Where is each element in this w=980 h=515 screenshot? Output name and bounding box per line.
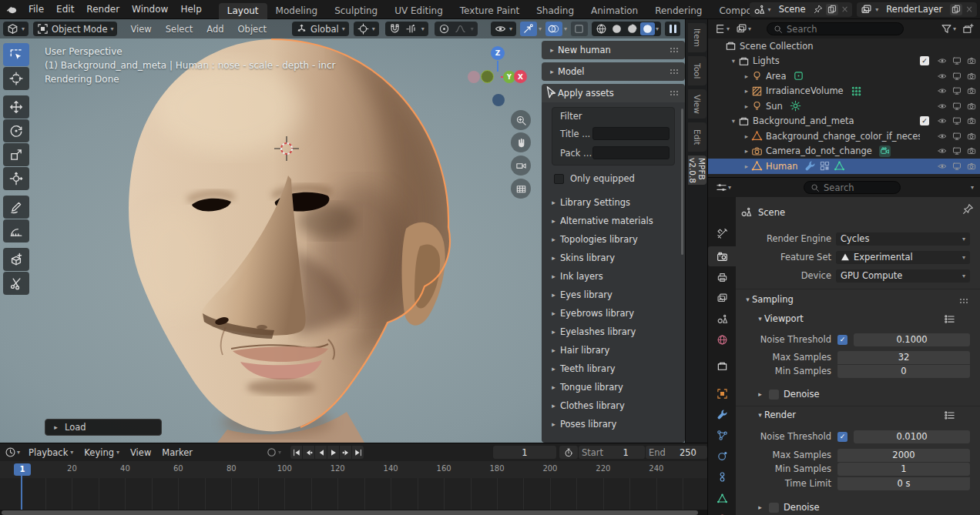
monitor-icon[interactable] [952, 56, 962, 65]
asset-library-row[interactable]: ▸Alternative materials [542, 212, 685, 230]
pause-render-button[interactable] [665, 22, 680, 36]
drag-grip-icon[interactable] [670, 90, 679, 96]
outliner-row[interactable]: ▸ Area [708, 69, 980, 84]
drag-grip-icon[interactable] [959, 298, 968, 304]
viewport-menu-item[interactable]: View [123, 24, 158, 35]
properties-tab[interactable] [708, 288, 736, 308]
properties-tab[interactable] [708, 309, 736, 329]
axis-neg-y-handle[interactable] [481, 70, 494, 83]
panel-model[interactable]: ▸Model [542, 62, 685, 81]
render-sampling-header[interactable]: ▾Render [756, 410, 796, 420]
asset-library-row[interactable]: ▸Poses library [542, 415, 685, 433]
monitor-icon[interactable] [952, 146, 962, 156]
timeline-menu-item[interactable]: Playback▾ [23, 447, 79, 458]
cursor-tool[interactable] [3, 67, 29, 90]
shear-tool[interactable] [3, 272, 29, 295]
eye-icon[interactable] [938, 72, 947, 81]
outliner-row[interactable]: ▸ Human [708, 159, 980, 174]
denoise-checkbox[interactable] [769, 390, 779, 400]
ortho-toggle-button[interactable] [511, 179, 531, 199]
annotate-tool[interactable] [3, 196, 29, 219]
viewport-denoise-row[interactable]: ▸ Denoise [756, 389, 820, 400]
shading-solid-button[interactable] [609, 22, 624, 35]
npanel-scrollbar[interactable] [681, 109, 683, 255]
expand-caret[interactable]: ▸ [742, 147, 751, 155]
transport-button[interactable] [327, 446, 339, 459]
current-frame-badge[interactable]: 1 [14, 463, 31, 476]
panel-apply-assets[interactable]: ▾Apply assets [542, 84, 685, 102]
pin-icon[interactable] [814, 5, 823, 14]
timeline-menu-item[interactable]: View [125, 447, 156, 458]
frame-end-field[interactable]: End250 [646, 446, 707, 459]
remove-layer-button[interactable]: × [965, 4, 973, 15]
workspace-tab[interactable]: Layout [219, 3, 267, 19]
select-box-tool[interactable] [3, 43, 29, 66]
camera-icon[interactable] [967, 116, 976, 125]
eye-icon[interactable] [938, 132, 947, 141]
properties-tab[interactable] [708, 509, 736, 515]
outliner-row[interactable]: Scene Collection [708, 38, 980, 54]
auto-key-button[interactable]: ▾ [264, 446, 283, 458]
transform-tool[interactable] [3, 167, 29, 190]
exclude-checkbox[interactable]: ✓ [920, 56, 929, 65]
workspace-tab[interactable]: Shading [528, 3, 582, 19]
new-scene-button[interactable] [826, 4, 838, 15]
camera-icon[interactable] [967, 56, 976, 65]
workspace-tab[interactable]: Sculpting [326, 3, 386, 19]
expand-caret[interactable]: ▾ [729, 57, 738, 65]
asset-library-row[interactable]: ▸Teeth library [542, 359, 685, 378]
eye-icon[interactable] [938, 116, 947, 125]
transport-button[interactable] [290, 446, 302, 459]
axis-neg-z-handle[interactable] [492, 94, 505, 106]
pack-filter-input[interactable] [592, 146, 670, 159]
transport-button[interactable] [315, 446, 327, 459]
npanel-tab[interactable]: Tool [688, 56, 706, 85]
editor-type-button[interactable]: ▾ [714, 182, 733, 193]
workspace-tab[interactable]: Rendering [646, 3, 710, 19]
drag-grip-icon[interactable] [670, 69, 679, 75]
workspace-tab[interactable]: UV Editing [386, 3, 451, 19]
timeline-menu-item[interactable]: Marker [156, 447, 198, 458]
monitor-icon[interactable] [952, 102, 962, 111]
camera-view-button[interactable] [511, 156, 531, 176]
npanel-tab[interactable]: Item [688, 23, 706, 52]
exclude-checkbox[interactable]: ✓ [920, 116, 929, 125]
workspace-tab[interactable]: Modeling [267, 3, 327, 19]
drag-grip-icon[interactable] [670, 47, 679, 53]
noise-threshold-checkbox[interactable]: ✓ [837, 335, 847, 345]
viewport-menu-item[interactable]: Add [200, 24, 230, 35]
sampling-panel-header[interactable]: ▾Sampling [743, 294, 794, 305]
expand-caret[interactable]: ▸ [742, 132, 751, 140]
noise-threshold-value[interactable]: 0.1000 [854, 333, 970, 346]
outliner-row[interactable]: ▸ Camera_do_not_change [708, 144, 980, 159]
menubar-item[interactable]: Render [80, 4, 126, 15]
eye-icon[interactable] [938, 162, 947, 171]
filter-dropdown[interactable]: ▾ [939, 23, 958, 35]
add-cube-tool[interactable] [3, 248, 29, 271]
panel-new-human[interactable]: ▸New human [542, 41, 685, 59]
camera-icon[interactable] [967, 72, 976, 81]
expand-caret[interactable]: ▸ [742, 162, 751, 170]
preset-icon[interactable] [944, 313, 955, 325]
scale-tool[interactable] [3, 143, 29, 166]
npanel-tab[interactable]: View [688, 89, 706, 119]
device-dropdown[interactable]: GPU Compute▾ [836, 269, 970, 283]
eye-icon[interactable] [938, 56, 947, 65]
pivot-dropdown[interactable]: ▾ [354, 22, 379, 36]
editor-type-button[interactable]: ▾ [3, 446, 22, 458]
transport-button[interactable] [340, 446, 351, 459]
use-preview-range-button[interactable] [559, 446, 578, 459]
asset-library-row[interactable]: ▸Eyes library [542, 286, 685, 304]
monitor-icon[interactable] [952, 132, 962, 141]
asset-library-row[interactable]: ▸Eyebrows library [542, 304, 685, 323]
render-layer-selector[interactable]: ▾ RenderLayer × [857, 2, 977, 17]
menubar-item[interactable]: Edit [50, 4, 80, 15]
feature-set-dropdown[interactable]: Experimental▾ [836, 251, 970, 264]
pan-button[interactable] [511, 132, 531, 152]
min-samples-value[interactable]: 1 [837, 463, 970, 476]
noise-threshold-value[interactable]: 0.0100 [854, 430, 970, 443]
transform-orientation-dropdown[interactable]: Global▾ [292, 22, 349, 36]
expand-caret[interactable]: ▾ [729, 117, 738, 125]
menubar-item[interactable]: Window [126, 4, 174, 15]
menubar-item[interactable]: Help [174, 4, 207, 15]
